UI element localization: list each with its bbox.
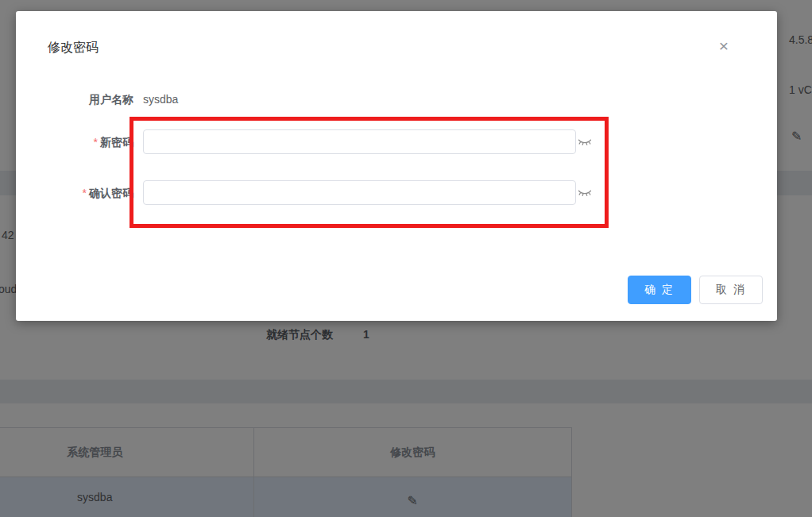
confirm-button[interactable]: 确 定 <box>628 276 691 304</box>
username-row: 用户名称 sysdba <box>16 87 777 111</box>
dialog-title: 修改密码 <box>48 40 99 56</box>
new-password-label-text: 新密码 <box>100 136 133 149</box>
new-password-row: *新密码 <box>16 129 777 155</box>
close-icon[interactable]: × <box>714 36 733 55</box>
confirm-password-label-text: 确认密码 <box>89 187 133 199</box>
cancel-button[interactable]: 取 消 <box>699 276 763 304</box>
new-password-input[interactable] <box>143 129 576 154</box>
confirm-password-input[interactable] <box>143 180 576 205</box>
required-marker: * <box>83 187 87 199</box>
screen: 4.5.8 1 vCPU ✎ 42 oud 就绪节点个数 1 系统管理员 修改密… <box>0 0 812 517</box>
eye-invisible-icon[interactable] <box>578 137 592 147</box>
dialog-footer: 确 定 取 消 <box>628 276 763 304</box>
username-value: sysdba <box>143 93 178 106</box>
confirm-password-label: *确认密码 <box>16 187 133 201</box>
required-marker: * <box>94 136 98 149</box>
confirm-password-row: *确认密码 <box>16 180 777 206</box>
change-password-dialog: 修改密码 × 用户名称 sysdba *新密码 *确认密码 <box>16 11 777 321</box>
username-label: 用户名称 <box>16 93 133 107</box>
new-password-label: *新密码 <box>16 136 133 150</box>
eye-invisible-icon[interactable] <box>578 187 592 198</box>
